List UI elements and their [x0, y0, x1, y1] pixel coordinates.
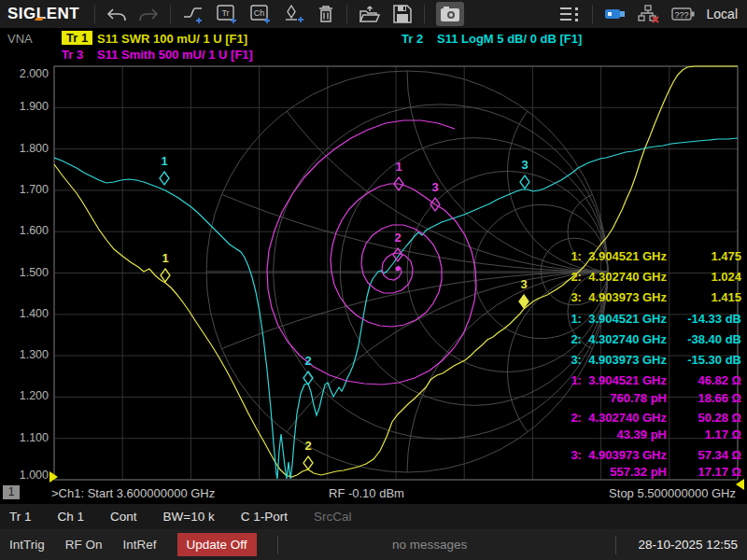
- status-sweep-mode[interactable]: Cont: [110, 510, 137, 524]
- marker-2-label: 2: [304, 354, 311, 368]
- marker-readout-row: 2: 4.302740 GHz50.28 Ω: [547, 411, 741, 425]
- status-srccal[interactable]: SrcCal: [314, 510, 352, 524]
- y-tick-label: 1.300: [0, 348, 49, 361]
- marker-3-label: 3: [431, 180, 438, 194]
- statusbar-separator: [615, 536, 616, 554]
- y-tick-label: 1.700: [0, 183, 49, 196]
- marker-readout-row: 760.78 pH18.66 Ω: [547, 391, 741, 405]
- marker-readout-row: 3: 4.903973 GHz1.415: [547, 290, 741, 304]
- rf-power-label[interactable]: RF -0.10 dBm: [329, 486, 404, 500]
- y-tick-label: 2.000: [0, 67, 49, 80]
- marker-readout-row: 3: 4.903973 GHz57.34 Ω: [547, 448, 741, 462]
- y-tick-label: 1.600: [0, 224, 49, 237]
- marker-readout-row: 43.39 pH1.17 Ω: [547, 427, 741, 441]
- start-frequency-label[interactable]: >Ch1: Start 3.600000000 GHz: [51, 486, 215, 500]
- marker-2-label: 2: [304, 439, 311, 453]
- y-tick-label: 1.200: [0, 389, 49, 402]
- marker-readout-row: 2: 4.302740 GHz1.024: [547, 270, 741, 284]
- marker-readout-row: 2: 4.302740 GHz-38.40 dB: [547, 332, 741, 346]
- smith-end-dot: [396, 267, 401, 272]
- marker-2-diamond-swr[interactable]: [303, 456, 313, 469]
- y-tick-label: 1.900: [0, 100, 49, 113]
- marker-readout-row: 1: 3.904521 GHz-14.33 dB: [547, 312, 741, 326]
- status-ref[interactable]: IntRef: [123, 538, 157, 552]
- status-bar-2: IntTrig RF On IntRef Update Off no messa…: [0, 529, 747, 560]
- update-off-badge[interactable]: Update Off: [177, 533, 257, 556]
- marker-readout-row: 1: 3.904521 GHz46.82 Ω: [547, 373, 741, 387]
- status-trace[interactable]: Tr 1: [9, 510, 32, 524]
- statusbar-separator: [277, 536, 278, 554]
- marker-1-label: 1: [162, 251, 168, 265]
- status-cal[interactable]: C 1-Port: [241, 510, 288, 524]
- marker-3-label: 3: [521, 158, 528, 172]
- marker-3-diamond-logm[interactable]: [520, 175, 529, 189]
- y-tick-label: 1.100: [0, 431, 49, 444]
- status-rf[interactable]: RF On: [65, 538, 103, 552]
- stop-frequency-label[interactable]: Stop 5.500000000 GHz: [609, 486, 736, 500]
- message-area: no messages: [392, 538, 467, 552]
- marker-1-label: 1: [161, 154, 167, 168]
- status-bar-1: Tr 1 Ch 1 Cont BW=10 k C 1-Port SrcCal: [0, 504, 747, 529]
- y-tick-label: 1.400: [0, 307, 49, 320]
- trace-smith: [267, 120, 476, 385]
- status-trigger[interactable]: IntTrig: [9, 538, 45, 552]
- marker-1-diamond-logm[interactable]: [160, 172, 169, 185]
- y-tick-label: 1.800: [0, 142, 49, 155]
- status-channel[interactable]: Ch 1: [58, 510, 85, 524]
- status-bandwidth[interactable]: BW=10 k: [163, 510, 215, 524]
- marker-2-label: 2: [394, 231, 401, 245]
- y-tick-label: 1.500: [0, 266, 49, 279]
- marker-3-label: 3: [520, 277, 527, 291]
- y-tick-label: 1.000: [0, 469, 49, 482]
- datetime-label: 28-10-2025 12:55: [638, 538, 738, 552]
- marker-readout-row: 3: 4.903973 GHz-15.30 dB: [547, 353, 741, 367]
- marker-readout-row: 1: 3.904521 GHz1.475: [547, 249, 741, 263]
- marker-1-label: 1: [395, 160, 402, 174]
- marker-1-diamond-swr[interactable]: [161, 269, 170, 282]
- ref-indicator: [736, 479, 744, 490]
- channel-number-box[interactable]: 1: [3, 485, 20, 499]
- marker-readout-row: 557.32 pH17.17 Ω: [547, 465, 741, 479]
